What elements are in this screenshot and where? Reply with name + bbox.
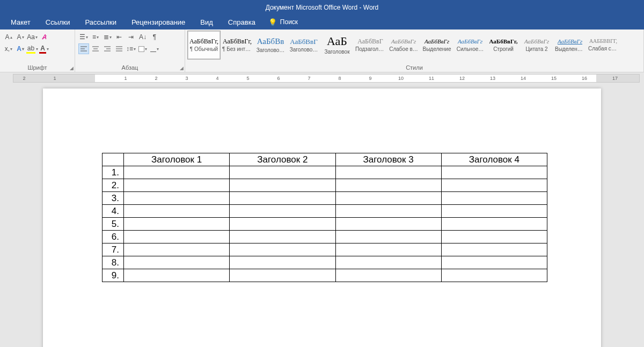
table-cell[interactable] xyxy=(441,256,547,269)
borders-button[interactable]: ▾ xyxy=(149,43,160,54)
table-cell[interactable] xyxy=(124,192,230,205)
style-item[interactable]: АаБбВвГгВыделение xyxy=(420,31,453,60)
styles-gallery[interactable]: АаБбВвГг,¶ ОбычныйАаБбВвГг,¶ Без инте…Аа… xyxy=(187,31,641,63)
font-dialog-launcher-icon[interactable]: ◢ xyxy=(70,65,74,71)
table-row[interactable]: 3. xyxy=(103,192,547,205)
table-row-number[interactable]: 1. xyxy=(103,166,124,179)
table-row-number[interactable]: 4. xyxy=(103,205,124,218)
page[interactable]: Заголовок 1 Заголовок 2 Заголовок 3 Заго… xyxy=(43,88,601,347)
multilevel-list-button[interactable]: ≣▾ xyxy=(102,32,113,42)
style-item[interactable]: АаБбВвГг,¶ Без инте… xyxy=(221,31,254,60)
style-item[interactable]: АаБбВвГгЦитата 2 xyxy=(520,31,553,60)
align-center-button[interactable] xyxy=(90,43,101,54)
table-cell[interactable] xyxy=(124,218,230,231)
table-cell[interactable] xyxy=(441,269,547,282)
table-cell[interactable] xyxy=(230,218,335,231)
table-header-cell[interactable]: Заголовок 3 xyxy=(335,153,441,166)
font-color-button[interactable]: A▾ xyxy=(39,43,49,54)
bullets-button[interactable]: ☰▾ xyxy=(78,32,89,42)
table-cell[interactable] xyxy=(124,231,230,243)
table-row[interactable]: 4. xyxy=(103,205,547,218)
table-cell[interactable] xyxy=(124,269,230,282)
align-right-button[interactable] xyxy=(102,43,113,54)
table-cell[interactable] xyxy=(230,256,335,269)
table-header-blank[interactable] xyxy=(103,153,124,166)
justify-button[interactable] xyxy=(114,43,125,54)
table-cell[interactable] xyxy=(441,231,547,243)
grow-font-button[interactable]: A▴ xyxy=(3,32,14,42)
style-item[interactable]: АаБбВвГг,¶ Обычный xyxy=(187,31,221,60)
style-item[interactable]: АаБбВвГгВыделенн… xyxy=(553,31,587,60)
table-cell[interactable] xyxy=(441,192,547,205)
style-item[interactable]: АаБЗаголовок xyxy=(320,31,354,60)
table-row-number[interactable]: 6. xyxy=(103,231,124,243)
table-cell[interactable] xyxy=(335,166,441,179)
style-item[interactable]: АаБбВвГгСильное… xyxy=(453,31,487,60)
style-item[interactable]: ААББВВГГ,Слабая сс… xyxy=(587,31,620,60)
table-cell[interactable] xyxy=(230,269,335,282)
table-cell[interactable] xyxy=(230,166,335,179)
tab-view[interactable]: Вид xyxy=(193,15,221,29)
style-item[interactable]: АаБбВвГПодзаголо… xyxy=(354,31,387,60)
table-cell[interactable] xyxy=(335,192,441,205)
table-cell[interactable] xyxy=(335,231,441,243)
numbering-button[interactable]: ≡▾ xyxy=(90,32,101,42)
style-item[interactable]: АаБбВвГгСлабое в… xyxy=(387,31,420,60)
table-row-number[interactable]: 5. xyxy=(103,218,124,231)
sort-button[interactable]: A↓ xyxy=(137,32,148,42)
table-cell[interactable] xyxy=(230,243,335,256)
table-cell[interactable] xyxy=(124,243,230,256)
change-case-button[interactable]: Aa▾ xyxy=(27,32,38,42)
table-row[interactable]: 5. xyxy=(103,218,547,231)
tab-review[interactable]: Рецензирование xyxy=(124,15,193,29)
paragraph-dialog-launcher-icon[interactable]: ◢ xyxy=(180,65,184,71)
text-effects-button[interactable]: A▾ xyxy=(15,43,26,54)
show-paragraph-marks-button[interactable]: ¶ xyxy=(149,32,160,42)
tab-references[interactable]: Ссылки xyxy=(38,15,78,29)
style-item[interactable]: АаБбВвГЗаголово… xyxy=(287,31,320,60)
table-row-number[interactable]: 7. xyxy=(103,243,124,256)
table-row-number[interactable]: 8. xyxy=(103,256,124,269)
table-cell[interactable] xyxy=(441,243,547,256)
table-cell[interactable] xyxy=(335,205,441,218)
table-cell[interactable] xyxy=(441,166,547,179)
table-cell[interactable] xyxy=(230,231,335,243)
document-table[interactable]: Заголовок 1 Заголовок 2 Заголовок 3 Заго… xyxy=(102,153,547,282)
table-row[interactable]: 6. xyxy=(103,231,547,243)
document-area[interactable]: Заголовок 1 Заголовок 2 Заголовок 3 Заго… xyxy=(0,84,644,347)
table-cell[interactable] xyxy=(230,192,335,205)
table-cell[interactable] xyxy=(230,179,335,192)
table-cell[interactable] xyxy=(124,256,230,269)
increase-indent-button[interactable]: ⇥ xyxy=(126,32,136,42)
clear-formatting-button[interactable]: A̷ xyxy=(39,32,49,42)
table-cell[interactable] xyxy=(124,179,230,192)
table-cell[interactable] xyxy=(441,179,547,192)
table-row-number[interactable]: 9. xyxy=(103,269,124,282)
table-header-cell[interactable]: Заголовок 1 xyxy=(124,153,230,166)
table-cell[interactable] xyxy=(335,179,441,192)
subscript-button[interactable]: x,▾ xyxy=(3,43,14,54)
table-cell[interactable] xyxy=(441,205,547,218)
table-header-row[interactable]: Заголовок 1 Заголовок 2 Заголовок 3 Заго… xyxy=(103,153,547,166)
style-item[interactable]: АаБбВвГг,Строгий xyxy=(487,31,520,60)
tell-me-search[interactable]: 💡 Поиск xyxy=(263,18,298,26)
shrink-font-button[interactable]: A▾ xyxy=(15,32,26,42)
table-row-number[interactable]: 3. xyxy=(103,192,124,205)
table-header-cell[interactable]: Заголовок 2 xyxy=(230,153,335,166)
table-header-cell[interactable]: Заголовок 4 xyxy=(441,153,547,166)
table-cell[interactable] xyxy=(441,218,547,231)
style-item[interactable]: АаБбВвЗаголово… xyxy=(254,31,287,60)
align-left-button[interactable] xyxy=(78,43,89,54)
table-row[interactable]: 2. xyxy=(103,179,547,192)
table-cell[interactable] xyxy=(335,218,441,231)
table-cell[interactable] xyxy=(230,205,335,218)
tab-layout[interactable]: Макет xyxy=(3,15,38,29)
table-cell[interactable] xyxy=(335,269,441,282)
table-row[interactable]: 7. xyxy=(103,243,547,256)
shading-button[interactable]: ▾ xyxy=(137,43,148,54)
table-cell[interactable] xyxy=(335,243,441,256)
line-spacing-button[interactable]: ↕≡▾ xyxy=(126,43,136,54)
table-row[interactable]: 9. xyxy=(103,269,547,282)
highlight-button[interactable]: ab▾ xyxy=(27,43,38,54)
table-row[interactable]: 1. xyxy=(103,166,547,179)
